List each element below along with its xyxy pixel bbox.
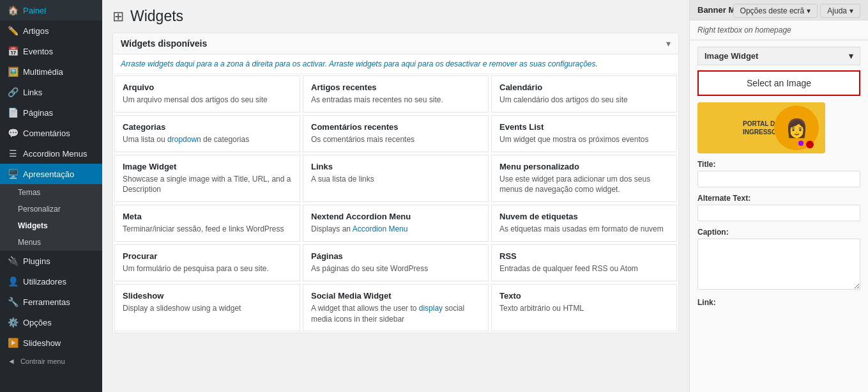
widget-comentarios-recentes-desc: Os comentários mais recentes — [311, 134, 480, 145]
sidebar-item-ferramentas[interactable]: 🔧 Ferramentas — [0, 292, 102, 312]
sidebar-label-plugins: Plugins — [23, 256, 50, 266]
widgets-panel-header: Widgets disponíveis ▾ — [113, 33, 678, 54]
apresentacao-icon: 🖥️ — [8, 169, 18, 179]
sidebar-item-artigos[interactable]: ✏️ Artigos — [0, 20, 102, 41]
widget-meta-title: Meta — [123, 212, 292, 221]
sidebar-item-multimidia[interactable]: 🖼️ Multimédia — [0, 61, 102, 82]
image-widget-label: Image Widget — [704, 51, 758, 61]
sidebar-item-painel[interactable]: 🏠 Painel — [0, 0, 102, 20]
sidebar-item-opcoes[interactable]: ⚙️ Opções — [0, 312, 102, 333]
select-image-button[interactable]: Select an Image — [697, 70, 860, 96]
collapse-icon: ◄ — [8, 357, 15, 366]
chevron-down-icon-panel: ▾ — [666, 38, 671, 49]
widgets-grid: Arquivo Um arquivo mensal dos artigos do… — [113, 74, 678, 333]
screen-options-button[interactable]: Opções deste ecrã ▾ — [733, 4, 818, 18]
social-media-link[interactable]: display — [419, 304, 443, 313]
widget-menu-personalizado[interactable]: Menu personalizado Use este widget para … — [491, 155, 677, 203]
sidebar-item-utilizadores[interactable]: 👤 Utilizadores — [0, 271, 102, 292]
widget-image-widget[interactable]: Image Widget Showcase a single image wit… — [114, 155, 300, 203]
widget-procurar-desc: Um formulário de pesquisa para o seu sit… — [123, 263, 292, 274]
alt-input[interactable] — [697, 205, 860, 221]
sidebar-item-comentarios[interactable]: 💬 Comentários — [0, 123, 102, 143]
help-label: Ajuda — [827, 6, 847, 15]
sidebar-item-slideshow[interactable]: ▶️ Slideshow — [0, 333, 102, 353]
widgets-panel: Widgets disponíveis ▾ Arraste widgets da… — [112, 33, 679, 333]
widget-social-media[interactable]: Social Media Widget A widget that allows… — [303, 284, 489, 332]
widget-rss-desc: Entradas de qualquer feed RSS ou Atom — [499, 263, 669, 274]
banner-preview: PORTAL DO INGRESSO 👩 — [697, 102, 825, 153]
widget-meta[interactable]: Meta Terminar/iniciar sessão, feed e lin… — [114, 205, 300, 242]
image-widget-header: Image Widget ▾ — [697, 47, 860, 65]
page-title-area: ⊞ Widgets — [112, 8, 679, 25]
widget-events-list-desc: Um widget que mostra os próximos eventos — [499, 134, 669, 145]
widget-slideshow-title: Slideshow — [123, 291, 292, 301]
widget-procurar[interactable]: Procurar Um formulário de pesquisa para … — [114, 244, 300, 281]
widget-links-desc: A sua lista de links — [311, 174, 480, 185]
topbar: Opções deste ecrã ▾ Ajuda ▾ — [726, 0, 868, 22]
sidebar-label-accordion: Accordion Menus — [23, 149, 87, 159]
widget-artigos-recentes-desc: As entradas mais recentes no seu site. — [311, 95, 480, 106]
accordion-menu-link[interactable]: Accordion Menu — [353, 224, 408, 233]
alt-field-group: Alternate Text: — [697, 194, 860, 221]
sidebar-label-links: Links — [23, 88, 42, 97]
widget-texto[interactable]: Texto Texto arbitrário ou HTML — [491, 284, 677, 332]
chevron-down-icon-help: ▾ — [849, 6, 853, 15]
widget-events-list[interactable]: Events List Um widget que mostra os próx… — [491, 115, 677, 152]
widget-arquivo[interactable]: Arquivo Um arquivo mensal dos artigos do… — [114, 75, 300, 113]
widget-calendario[interactable]: Calendário Um calendário dos artigos do … — [491, 75, 677, 113]
dropdown-link[interactable]: dropdown — [167, 135, 201, 144]
sidebar-item-plugins[interactable]: 🔌 Plugins — [0, 251, 102, 271]
right-panel-subtitle: Right textbox on homepage — [690, 20, 868, 40]
widgets-icon: ⊞ — [112, 8, 124, 25]
sidebar-item-widgets[interactable]: Widgets — [0, 217, 102, 234]
widget-texto-title: Texto — [499, 291, 669, 301]
sidebar-item-personalizar[interactable]: Personalizar — [0, 201, 102, 217]
widget-slideshow[interactable]: Slideshow Display a slideshow using a wi… — [114, 284, 300, 332]
widget-nuvem-desc: As etiquetas mais usadas em formato de n… — [499, 224, 669, 235]
sidebar: 🏠 Painel ✏️ Artigos 📅 Eventos 🖼️ Multimé… — [0, 0, 102, 392]
widget-links[interactable]: Links A sua lista de links — [303, 155, 489, 203]
widget-categorias[interactable]: Categorias Uma lista ou dropdown de cate… — [114, 115, 300, 152]
title-label: Title: — [697, 160, 860, 169]
widget-rss[interactable]: RSS Entradas de qualquer feed RSS ou Ato… — [491, 244, 677, 281]
sidebar-item-temas[interactable]: Temas — [0, 184, 102, 201]
widget-image-widget-title: Image Widget — [123, 162, 292, 171]
collapse-menu-btn[interactable]: ◄ Contrair menu — [0, 353, 102, 370]
sidebar-label-apresentacao: Apresentação — [23, 169, 74, 179]
title-input[interactable] — [697, 171, 860, 187]
sidebar-item-eventos[interactable]: 📅 Eventos — [0, 41, 102, 61]
widget-arquivo-title: Arquivo — [123, 82, 292, 92]
eventos-icon: 📅 — [8, 46, 18, 56]
widget-nuvem-title: Nuvem de etiquetas — [499, 212, 669, 221]
sidebar-item-accordion[interactable]: ☰ Accordion Menus — [0, 143, 102, 164]
caption-textarea[interactable] — [697, 239, 860, 290]
widget-nextend-accordion[interactable]: Nextend Accordion Menu Displays an Accor… — [303, 205, 489, 242]
chevron-down-icon: ▾ — [807, 6, 811, 15]
widgets-instruction: Arraste widgets daqui para a a zona à di… — [113, 54, 678, 74]
widget-menu-personalizado-title: Menu personalizado — [499, 162, 669, 171]
widget-paginas[interactable]: Páginas As páginas do seu site WordPress — [303, 244, 489, 281]
sidebar-label-paginas: Páginas — [23, 108, 53, 118]
sidebar-item-links[interactable]: 🔗 Links — [0, 82, 102, 102]
widget-calendario-desc: Um calendário dos artigos do seu site — [499, 95, 669, 106]
widget-artigos-recentes[interactable]: Artigos recentes As entradas mais recent… — [303, 75, 489, 113]
widget-nuvem[interactable]: Nuvem de etiquetas As etiquetas mais usa… — [491, 205, 677, 242]
sidebar-item-apresentacao[interactable]: 🖥️ Apresentação — [0, 164, 102, 184]
widget-comentarios-recentes[interactable]: Comentários recentes Os comentários mais… — [303, 115, 489, 152]
sidebar-item-menus[interactable]: Menus — [0, 234, 102, 251]
widget-slideshow-desc: Display a slideshow using a widget — [123, 303, 292, 314]
select-image-label: Select an Image — [747, 78, 811, 88]
help-button[interactable]: Ajuda ▾ — [820, 4, 860, 18]
widget-events-list-title: Events List — [499, 122, 669, 132]
sidebar-label-utilizadores: Utilizadores — [23, 277, 66, 286]
screen-options-label: Opções deste ecrã — [740, 6, 805, 15]
sidebar-item-paginas[interactable]: 📄 Páginas — [0, 102, 102, 123]
sidebar-label-temas: Temas — [18, 188, 40, 197]
widget-procurar-title: Procurar — [123, 251, 292, 261]
opcoes-icon: ⚙️ — [8, 317, 18, 327]
widget-comentarios-recentes-title: Comentários recentes — [311, 122, 480, 132]
banner-dot-purple — [798, 141, 803, 146]
widget-meta-desc: Terminar/iniciar sessão, feed e links Wo… — [123, 224, 292, 235]
sidebar-label-eventos: Eventos — [23, 47, 53, 56]
links-icon: 🔗 — [8, 87, 18, 97]
